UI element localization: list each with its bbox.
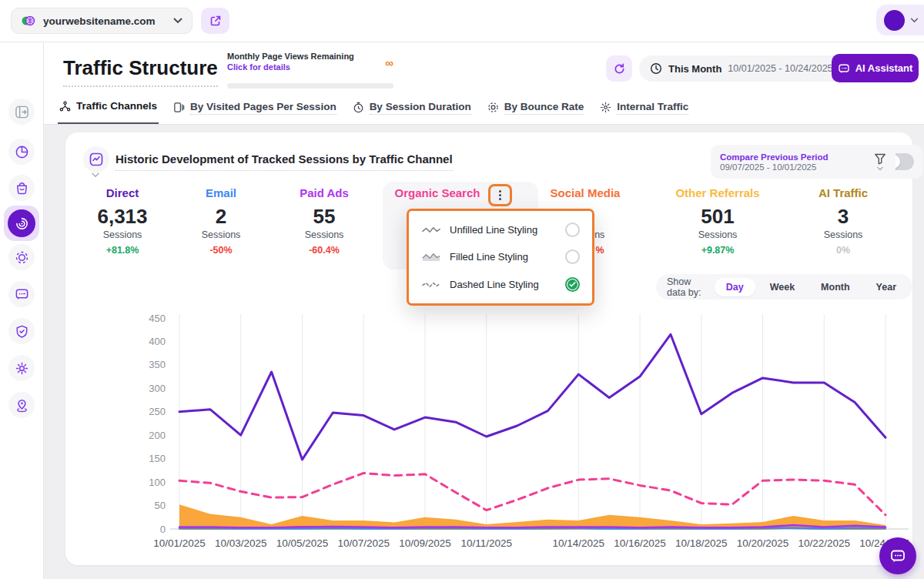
channel-change: -60.4% [266,245,382,256]
dropdown-item-unfilled[interactable]: Unfilled Line Styling [409,216,592,243]
page-title: Traffic Structure [63,56,218,87]
open-website-button[interactable] [201,8,229,34]
sidebar-item-location[interactable] [8,392,35,418]
channel-name: Paid Ads [266,186,382,201]
site-name: yourwebsitename.com [43,15,173,27]
stopwatch-icon [353,102,364,113]
site-globe-icon [21,13,36,28]
ai-assistant-label: AI Assistant [855,62,913,74]
support-chat-button[interactable] [879,537,916,574]
granularity-day[interactable]: Day [715,278,755,296]
dropdown-item-label: Filled Line Styling [450,251,557,263]
sidebar-collapse-button[interactable] [8,99,35,125]
svg-text:0: 0 [160,524,166,535]
sidebar-item-settings[interactable] [8,355,35,381]
check-icon [569,282,576,287]
sidebar-item-dashboard[interactable] [8,139,35,165]
channel-email[interactable]: Email 2 Sessions -50% [163,186,279,256]
kebab-menu-icon [499,189,501,201]
channel-value: 55 [266,205,382,228]
channel-paid-ads[interactable]: Paid Ads 55 Sessions -60.4% [266,186,382,256]
svg-text:10/22/2025: 10/22/2025 [798,537,850,549]
chart-type-button[interactable] [83,146,109,172]
chat-message-icon [15,287,29,302]
channel-name: Social Media [527,186,643,201]
chart-title: Historic Development of Tracked Sessions… [116,152,453,171]
granularity-week[interactable]: Week [758,278,806,296]
date-range-selector[interactable]: This Month 10/01/2025 - 10/24/2025 [639,55,857,82]
tab-internal-traffic[interactable]: Internal Traffic [598,94,690,124]
target-icon [487,102,499,113]
dashed-line-icon [421,279,441,290]
avatar [884,10,905,31]
svg-text:10/18/2025: 10/18/2025 [675,537,728,549]
tab-by-bounce-rate[interactable]: By Bounce Rate [486,94,586,124]
channel-other-referrals[interactable]: Other Referrals 501 Sessions +9.87% [660,186,775,256]
ai-assistant-button[interactable]: AI Assistant [832,54,919,82]
funnel-icon [874,153,886,165]
svg-text:150: 150 [149,453,166,464]
channel-sessions-label: Sessions [266,229,382,242]
radio-selected[interactable] [565,277,580,292]
dropdown-item-label: Unfilled Line Styling [450,224,557,236]
svg-text:10/05/2025: 10/05/2025 [276,537,329,549]
location-pin-icon [15,398,29,413]
channel-value: 3 [785,205,901,228]
show-data-by-control: Show data by: Day Week Month Year [656,274,912,300]
compare-range: 09/07/2025 - 10/01/2025 [720,162,885,172]
tab-label: By Visited Pages Per Session [190,101,336,115]
sidebar-item-recordings[interactable] [8,244,35,270]
quota-widget: Monthly Page Views Remaining Click for d… [227,52,393,72]
channel-ai-traffic[interactable]: AI Traffic 3 Sessions 0% [785,186,901,256]
sidebar-item-ecommerce[interactable] [8,175,35,201]
chevron-down-icon[interactable] [91,172,100,178]
collapse-panel-icon [15,105,29,119]
granularity-year[interactable]: Year [865,278,908,296]
chevron-down-icon [173,18,182,24]
unfilled-line-icon [421,225,441,235]
quota-label: Monthly Page Views Remaining [227,52,393,61]
chart-card: Historic Development of Tracked Sessions… [65,132,912,565]
sidebar-item-traffic-active[interactable] [4,206,39,241]
site-selector[interactable]: yourwebsitename.com [11,8,192,34]
channel-name: Other Referrals [660,186,775,201]
svg-text:450: 450 [149,313,166,324]
tab-traffic-channels[interactable]: Traffic Channels [58,94,159,124]
sidebar-item-feedback[interactable] [8,281,35,307]
tab-label: Internal Traffic [617,101,688,115]
tab-by-session-duration[interactable]: By Session Duration [351,94,473,124]
channel-organic-search[interactable]: Organic Search [380,186,495,201]
dropdown-item-dashed[interactable]: Dashed Line Styling [409,271,592,298]
chevron-down-icon [910,18,919,23]
svg-text:400: 400 [149,336,166,347]
filled-line-icon [421,252,441,262]
tab-label: By Bounce Rate [504,101,584,115]
filter-button[interactable] [865,145,896,179]
clock-icon [650,62,662,75]
line-styling-dropdown: Unfilled Line Styling Filled Line Stylin… [407,209,594,306]
svg-text:300: 300 [149,383,166,394]
user-menu[interactable] [876,5,924,35]
granularity-month[interactable]: Month [809,278,861,296]
svg-text:10/01/2025: 10/01/2025 [153,537,206,549]
dropdown-item-label: Dashed Line Styling [450,279,557,290]
traffic-line-chart[interactable]: 0050501001001501502002002502503003003503… [69,308,909,556]
svg-text:10/09/2025: 10/09/2025 [399,537,451,549]
organic-search-options-button[interactable] [488,184,512,206]
quota-details-link[interactable]: Click for details [227,62,393,72]
dropdown-item-filled[interactable]: Filled Line Styling [409,243,592,270]
svg-text:200: 200 [149,430,166,441]
radio-unselected[interactable] [565,223,580,237]
svg-text:10/03/2025: 10/03/2025 [215,537,267,549]
sunburst-icon [600,102,611,113]
external-link-icon [209,15,222,27]
tab-label: By Session Duration [370,101,471,115]
tab-by-visited-pages[interactable]: By Visited Pages Per Session [172,94,338,124]
channel-change: +9.87% [660,245,775,256]
svg-text:10/20/2025: 10/20/2025 [737,537,789,549]
channel-sessions-label: Sessions [785,229,901,242]
period-label: This Month [668,63,721,75]
radio-unselected[interactable] [565,249,580,264]
sidebar-item-security[interactable] [8,318,35,344]
refresh-button[interactable] [606,55,632,82]
